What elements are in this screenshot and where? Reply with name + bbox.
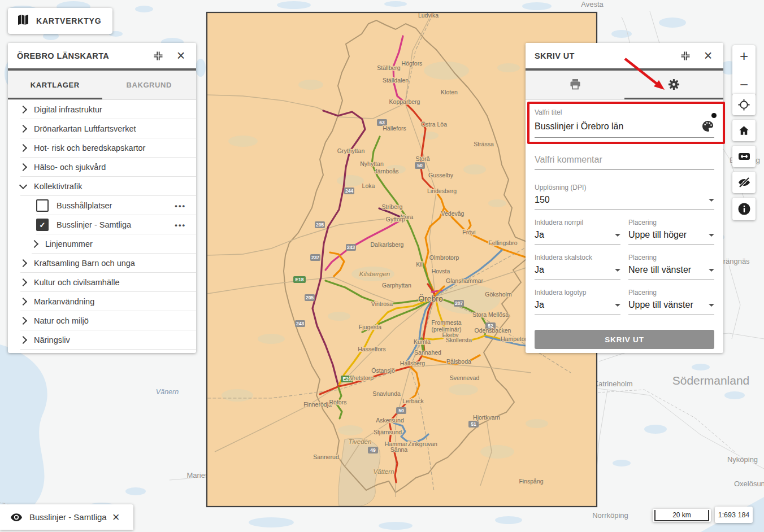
north-placement-select[interactable]: Uppe till höger <box>628 226 714 245</box>
road-shield: 237 <box>310 254 320 261</box>
logo-select[interactable]: Ja <box>535 296 620 315</box>
close-icon[interactable]: × <box>701 49 715 63</box>
dpi-field-label: Upplösning (DPI) <box>535 184 714 191</box>
map-label: Katrineholm <box>593 380 632 388</box>
chevron-down-icon <box>19 181 27 189</box>
svg-text:237: 237 <box>311 255 319 260</box>
collapse-icon[interactable] <box>151 49 166 63</box>
layer-group-halso[interactable]: Hälso- och sjukvård <box>8 158 196 177</box>
scalebar-select[interactable]: Ja <box>535 261 620 280</box>
map-label: Frövi <box>462 229 475 236</box>
road-shield: E18 <box>293 276 306 283</box>
print-panel-title: SKRIV UT <box>535 51 670 60</box>
layer-subgroup-linjenummer[interactable]: Linjenummer <box>8 234 196 254</box>
title-field[interactable]: Busslinjer i Örebro län <box>535 116 714 138</box>
zoom-control: + − <box>732 45 756 95</box>
layers-tabs: KARTLAGER BAKGRUND <box>8 71 196 100</box>
map-label: Sänna <box>390 446 408 453</box>
map-tools-button[interactable]: KARTVERKTYG <box>8 8 112 34</box>
hide-layers-button[interactable] <box>732 172 756 193</box>
map-label: Fellingsbro <box>488 239 518 246</box>
map-label: Hjortkvarn <box>473 414 500 421</box>
layer-group-kraftsamling[interactable]: Kraftsamling Barn och unga <box>8 254 196 273</box>
north-arrow-select[interactable]: Ja <box>535 226 620 245</box>
layer-group-markanvandning[interactable]: Markanvändning <box>8 292 196 311</box>
info-button[interactable] <box>732 198 756 220</box>
map-label: Ställdalen <box>383 77 409 84</box>
layer-busslinjer-samtliga[interactable]: ✓ Busslinjer - Samtliga ••• <box>8 215 196 234</box>
more-options-icon[interactable]: ••• <box>175 221 186 229</box>
map-label: Järnboås <box>374 168 398 175</box>
home-extent-button[interactable] <box>732 120 756 141</box>
layer-group-hot-risk[interactable]: Hot- risk och beredskapskartor <box>8 138 196 158</box>
road-shield: 243 <box>295 320 305 327</box>
zoom-out-button[interactable]: − <box>740 77 748 92</box>
svg-text:50: 50 <box>398 408 404 413</box>
tab-bakgrund[interactable]: BAKGRUND <box>102 71 197 99</box>
dropdown-caret-icon <box>709 269 714 272</box>
full-extent-button[interactable] <box>732 146 756 167</box>
layer-busshallplatser[interactable]: Busshållplatser ••• <box>8 196 196 215</box>
map-label: Sannahed <box>414 349 441 356</box>
scalebar-label: Inkludera skalstock <box>535 254 620 261</box>
dropdown-caret-icon <box>615 269 620 272</box>
road-shield: 50 <box>396 407 406 414</box>
map-label: Hasselfors <box>358 346 386 352</box>
map-label: Örebro <box>418 294 443 303</box>
scale-bar-label: 20 km <box>672 511 691 519</box>
brand-label: KARTVERKTYG <box>36 16 101 25</box>
info-icon <box>737 202 751 216</box>
color-picker-button[interactable] <box>701 120 714 133</box>
dropdown-caret-icon <box>709 304 714 307</box>
layer-group-dronarkartan[interactable]: Drönarkartan Luftfartsverket <box>8 119 196 138</box>
scale-ratio: 1:693 184 <box>715 507 753 523</box>
layer-group-kultur[interactable]: Kultur och civilsamhälle <box>8 273 196 292</box>
title-field-value[interactable]: Busslinjer i Örebro län <box>535 121 623 132</box>
scalebar-placement-select[interactable]: Nere till vänster <box>628 261 714 280</box>
map-label: Garphyttan <box>382 282 411 289</box>
map-label: Finspång <box>519 478 543 485</box>
layer-group-kollektivtrafik[interactable]: Kollektivtrafik <box>8 177 196 196</box>
map-label: Kilsbergen <box>359 271 390 277</box>
checkbox-unchecked[interactable] <box>36 199 49 212</box>
map-label: Ställberg <box>377 64 401 71</box>
svg-text:243: 243 <box>347 245 355 250</box>
layers-panel: ÖREBRO LÄNSKARTA × KARTLAGER BAKGRUND Di… <box>8 43 196 353</box>
logo-placement-label: Placering <box>628 289 714 296</box>
print-button[interactable]: SKRIV UT <box>535 330 714 349</box>
home-icon <box>737 124 750 137</box>
palette-icon <box>701 120 714 133</box>
print-form: Valfri titel Busslinjer i Örebro län Val… <box>526 108 723 349</box>
title-field-label: Valfri titel <box>535 108 714 116</box>
tab-print[interactable] <box>526 71 624 99</box>
svg-text:50: 50 <box>417 163 423 168</box>
zoom-in-button[interactable]: + <box>740 49 748 63</box>
map-label: Oxelösund <box>734 479 764 488</box>
map-label: Pålsboda <box>446 358 471 365</box>
comment-field[interactable]: Valfri kommentar <box>535 151 714 170</box>
remove-layer-icon[interactable]: × <box>112 511 120 524</box>
map-label: Avesta <box>581 0 604 8</box>
dpi-select[interactable]: 150 <box>535 191 714 210</box>
map-label: Strässa <box>474 141 494 147</box>
map-label: Kloten <box>441 89 458 95</box>
map-label: Tiveden <box>349 438 372 445</box>
dropdown-caret-icon <box>615 234 620 237</box>
more-options-icon[interactable]: ••• <box>175 202 186 210</box>
map-label: Gusselby <box>428 172 454 178</box>
tab-settings[interactable] <box>624 71 723 99</box>
geolocate-button[interactable] <box>732 94 756 115</box>
layer-group-natur[interactable]: Natur och miljö <box>8 311 196 330</box>
tab-kartlager[interactable]: KARTLAGER <box>8 71 102 99</box>
printer-icon <box>568 77 582 93</box>
layer-group-digital[interactable]: Digital infrastruktur <box>8 100 196 119</box>
map-label: Storå <box>415 155 429 162</box>
logo-placement-select[interactable]: Uppe till vänster <box>628 296 714 315</box>
collapse-icon[interactable] <box>678 49 693 63</box>
layer-group-naringsliv[interactable]: Näringsliv <box>8 330 196 350</box>
checkbox-checked[interactable]: ✓ <box>36 219 49 231</box>
map-label: Dalkarlsberg <box>371 241 404 248</box>
close-icon[interactable]: × <box>173 49 188 63</box>
active-layer-chip: Busslinjer - Samtliga × <box>0 504 133 530</box>
map-label: Vintrosa <box>371 300 393 307</box>
